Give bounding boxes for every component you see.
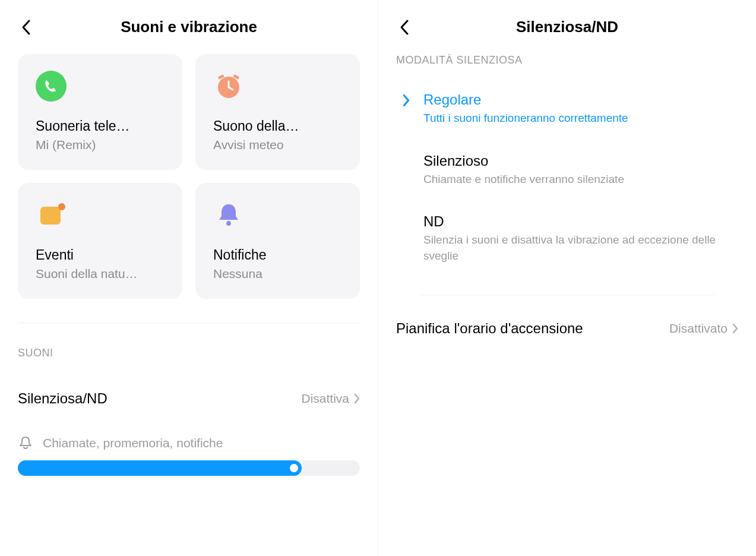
volume-slider-block: Chiamate, promemoria, notifiche bbox=[18, 435, 360, 476]
divider bbox=[420, 295, 714, 295]
silent-dnd-pane: Silenziosa/ND MODALITÀ SILENZIOSA Regola… bbox=[378, 0, 756, 556]
slider-thumb bbox=[290, 464, 298, 472]
tile-subtitle: Mi (Remix) bbox=[36, 138, 165, 152]
mode-title: Regolare bbox=[423, 91, 732, 108]
page-title-left: Suoni e vibrazione bbox=[34, 18, 343, 36]
mode-subtitle: Silenzia i suoni e disattiva la vibrazio… bbox=[423, 232, 732, 264]
slider-fill bbox=[18, 460, 302, 476]
mode-text: ND Silenzia i suoni e disattiva la vibra… bbox=[423, 213, 732, 264]
row-value: Disattivato bbox=[669, 321, 738, 336]
tile-subtitle: Nessuna bbox=[213, 267, 342, 281]
alarm-icon bbox=[213, 71, 244, 102]
slider-label: Chiamate, promemoria, notifiche bbox=[18, 435, 360, 451]
mode-option-silent[interactable]: Silenzioso Chiamate e notifiche verranno… bbox=[396, 140, 738, 201]
mode-subtitle: Tutti i suoni funzioneranno correttament… bbox=[423, 110, 732, 127]
page-title-right: Silenziosa/ND bbox=[413, 18, 722, 36]
mode-subtitle: Chiamate e notifiche verranno silenziate bbox=[423, 172, 732, 188]
row-value-text: Disattiva bbox=[301, 391, 349, 406]
svg-point-0 bbox=[36, 71, 67, 102]
mode-title: Silenzioso bbox=[423, 153, 732, 169]
tile-subtitle: Avvisi meteo bbox=[213, 138, 342, 152]
row-value: Disattiva bbox=[301, 391, 360, 406]
tile-subtitle: Suoni della natu… bbox=[36, 267, 165, 281]
tile-notifications[interactable]: Notifiche Nessuna bbox=[195, 183, 360, 299]
tile-events[interactable]: Eventi Suoni della natu… bbox=[18, 183, 182, 299]
mode-text: Silenzioso Chiamate e notifiche verranno… bbox=[423, 153, 732, 188]
tile-title: Notifiche bbox=[213, 247, 342, 263]
back-button-left[interactable] bbox=[18, 19, 34, 36]
tile-title: Suoneria tele… bbox=[36, 118, 165, 134]
mode-option-regular[interactable]: Regolare Tutti i suoni funzioneranno cor… bbox=[396, 78, 738, 140]
back-button-right[interactable] bbox=[396, 19, 413, 36]
chevron-right-icon bbox=[732, 323, 738, 334]
svg-point-5 bbox=[58, 203, 65, 210]
chevron-right-icon bbox=[354, 393, 360, 404]
tile-alarm[interactable]: Suono della… Avvisi meteo bbox=[195, 54, 360, 170]
volume-slider[interactable] bbox=[18, 460, 360, 476]
tile-ringtone[interactable]: Suoneria tele… Mi (Remix) bbox=[18, 54, 182, 170]
tile-title: Suono della… bbox=[213, 118, 342, 134]
mode-option-dnd[interactable]: ND Silenzia i suoni e disattiva la vibra… bbox=[396, 200, 738, 277]
svg-point-6 bbox=[226, 221, 231, 226]
mode-title: ND bbox=[423, 213, 732, 230]
row-silent-dnd[interactable]: Silenziosa/ND Disattiva bbox=[18, 383, 360, 414]
tile-title: Eventi bbox=[36, 247, 165, 263]
row-title: Pianifica l'orario d'accensione bbox=[396, 320, 583, 337]
row-value-text: Disattivato bbox=[669, 321, 727, 336]
row-schedule[interactable]: Pianifica l'orario d'accensione Disattiv… bbox=[396, 313, 738, 344]
mode-text: Regolare Tutti i suoni funzioneranno cor… bbox=[423, 91, 732, 127]
check-icon bbox=[402, 91, 415, 109]
phone-icon bbox=[36, 71, 67, 102]
sound-tiles-grid: Suoneria tele… Mi (Remix) Suono della… A… bbox=[18, 54, 360, 299]
section-label-silent-mode: MODALITÀ SILENZIOSA bbox=[396, 54, 738, 67]
chevron-left-icon bbox=[21, 20, 31, 35]
header-left: Suoni e vibrazione bbox=[18, 12, 360, 54]
slider-label-text: Chiamate, promemoria, notifiche bbox=[43, 436, 223, 450]
sounds-pane: Suoni e vibrazione Suoneria tele… Mi (Re… bbox=[0, 0, 378, 556]
divider bbox=[18, 323, 360, 323]
section-label-sounds: SUONI bbox=[18, 347, 360, 359]
bell-outline-icon bbox=[18, 435, 33, 451]
chevron-left-icon bbox=[400, 20, 409, 35]
bell-icon bbox=[213, 200, 244, 230]
calendar-icon bbox=[36, 200, 67, 230]
svg-rect-4 bbox=[40, 207, 61, 225]
row-title: Silenziosa/ND bbox=[18, 390, 107, 407]
header-right: Silenziosa/ND bbox=[396, 12, 738, 54]
